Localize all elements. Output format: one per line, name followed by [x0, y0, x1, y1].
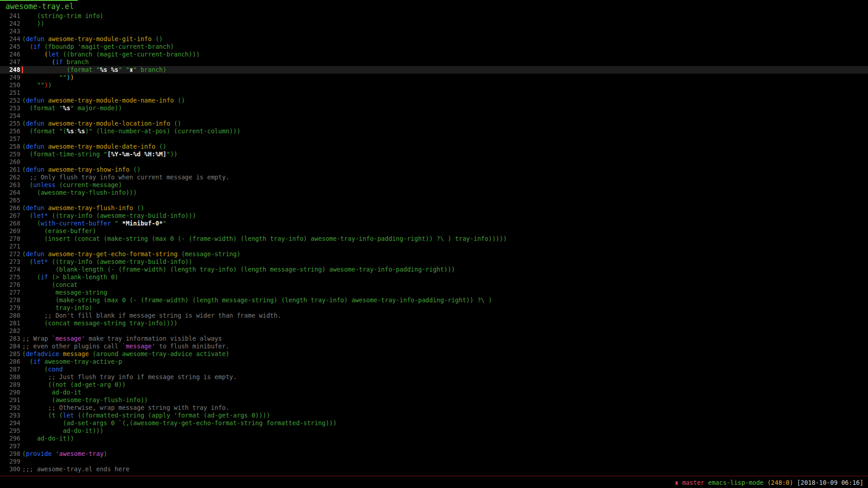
code-line[interactable]: 282 [0, 327, 868, 335]
code-line[interactable]: 262 ;; Only flush tray info when current… [0, 174, 868, 181]
code-line[interactable]: 284;; even other plugins call `message' … [0, 343, 868, 350]
code-line[interactable]: 291 (awesome-tray-flush-info)) [0, 396, 868, 404]
code-editor[interactable]: 241 (string-trim info)242 ))243244(defun… [0, 12, 868, 473]
code-line[interactable]: 289 ((not (ad-get-arg 0)) [0, 381, 868, 389]
code-line[interactable]: 258(defun awesome-tray-module-date-info … [0, 143, 868, 150]
code-line[interactable]: 288 ;; Just flush tray info if message s… [0, 373, 868, 381]
code-line[interactable]: 274 (blank-length (- (frame-width) (leng… [0, 266, 868, 273]
code-line[interactable]: 249 "")) [0, 74, 868, 81]
code-line[interactable]: 277 message-string [0, 289, 868, 296]
code-line[interactable]: 287 (cond [0, 366, 868, 373]
code-line[interactable]: 245 (if (fboundp 'magit-get-current-bran… [0, 43, 868, 51]
code-line[interactable]: 256 (format "(%s:%s)" (line-number-at-po… [0, 127, 868, 135]
code-line[interactable]: 265 [0, 197, 868, 204]
code-line[interactable]: 285(defadvice message (around awesome-tr… [0, 350, 868, 358]
line-number: 257 [0, 135, 20, 143]
code-line[interactable]: 290 ad-do-it [0, 389, 868, 396]
code-line[interactable]: 264 (awesome-tray-flush-info))) [0, 189, 868, 197]
line-number: 277 [0, 289, 20, 296]
code-line[interactable]: 268 (with-current-buffer " *Minibuf-0*" [0, 220, 868, 227]
code-line[interactable]: 242 )) [0, 20, 868, 28]
line-number: 252 [0, 97, 20, 104]
line-number: 262 [0, 174, 20, 181]
code-text: (if (fboundp 'magit-get-current-branch) [22, 43, 174, 51]
code-text: (make-string (max 0 (- (frame-width) (le… [22, 296, 492, 304]
code-line[interactable]: 283;; Wrap `message' make tray informati… [0, 335, 868, 343]
code-line[interactable]: 298(provide 'awesome-tray) [0, 450, 868, 458]
code-text: (blank-length (- (frame-width) (length t… [22, 266, 455, 273]
code-line[interactable]: 244(defun awesome-tray-module-git-info (… [0, 35, 868, 43]
tab-awesome-tray-el[interactable]: awesome-tray.el [5, 2, 74, 11]
code-text: ;; Otherwise, wrap message string with t… [22, 404, 229, 412]
line-number: 266 [0, 204, 20, 212]
code-line[interactable]: 246 (let ((branch (magit-get-current-bra… [0, 51, 868, 58]
code-line[interactable]: 273 (let* ((tray-info (awesome-tray-buil… [0, 258, 868, 266]
code-line[interactable]: 286 (if awesome-tray-active-p [0, 358, 868, 366]
code-text: (defun awesome-tray-show-info () [22, 166, 141, 174]
code-line[interactable]: 275 (if (> blank-length 0) [0, 273, 868, 281]
code-line[interactable]: 280 ;; Don't fill blank if message strin… [0, 312, 868, 319]
line-number: 245 [0, 43, 20, 51]
code-line[interactable]: 254 [0, 112, 868, 120]
code-line[interactable]: 295 ad-do-it))) [0, 427, 868, 435]
code-line[interactable]: 257 [0, 135, 868, 143]
code-text: "")) [22, 81, 52, 89]
code-line[interactable]: 297 [0, 442, 868, 450]
code-line[interactable]: 293 (t (let ((formatted-string (apply 'f… [0, 412, 868, 419]
code-text: (defadvice message (around awesome-tray-… [22, 350, 229, 358]
code-line[interactable]: 270 (insert (concat (make-string (max 0 … [0, 235, 868, 243]
line-number: 265 [0, 197, 20, 204]
code-line[interactable]: 276 (concat [0, 281, 868, 289]
code-line[interactable]: 296 ad-do-it)) [0, 435, 868, 442]
code-text: (format-time-string "[%Y-%m-%d %H:%M]")) [22, 150, 178, 158]
code-text: (string-trim info) [22, 12, 104, 20]
code-line[interactable]: 266(defun awesome-tray-flush-info () [0, 204, 868, 212]
code-line[interactable]: 250 "")) [0, 81, 868, 89]
code-line[interactable]: 269 (erase-buffer) [0, 227, 868, 235]
line-number: 297 [0, 442, 20, 450]
code-line[interactable]: 272(defun awesome-tray-get-echo-format-s… [0, 250, 868, 258]
code-line[interactable]: 241 (string-trim info) [0, 12, 868, 20]
code-line[interactable]: 267 (let* ((tray-info (awesome-tray-buil… [0, 212, 868, 220]
code-text: (insert (concat (make-string (max 0 (- (… [22, 235, 507, 243]
code-line[interactable]: 279 tray-info) [0, 304, 868, 312]
code-line[interactable]: 252(defun awesome-tray-module-mode-name-… [0, 97, 868, 104]
active-tab-indicator [0, 0, 78, 1]
cursor-position-label: (248:0) [767, 479, 793, 486]
code-line[interactable]: 271 [0, 243, 868, 250]
code-line[interactable]: 259 (format-time-string "[%Y-%m-%d %H:%M… [0, 150, 868, 158]
code-line[interactable]: 243 [0, 28, 868, 35]
code-line[interactable]: 300;;; awesome-tray.el ends here [0, 465, 868, 473]
code-line[interactable]: 278 (make-string (max 0 (- (frame-width)… [0, 296, 868, 304]
code-text: ad-do-it)) [22, 435, 74, 442]
line-number: 285 [0, 350, 20, 358]
code-line[interactable]: 294 (ad-set-args 0 `(,(awesome-tray-get-… [0, 419, 868, 427]
code-line[interactable]: 299 [0, 458, 868, 465]
code-line[interactable]: 247 (if branch [0, 58, 868, 66]
code-text: (format "%s" major-mode)) [22, 104, 122, 112]
line-number: 242 [0, 20, 20, 28]
line-number: 253 [0, 104, 20, 112]
code-line[interactable]: 260 [0, 158, 868, 166]
line-number: 272 [0, 250, 20, 258]
line-number: 291 [0, 396, 20, 404]
code-text: (awesome-tray-flush-info))) [22, 189, 137, 197]
code-line[interactable]: 292 ;; Otherwise, wrap message string wi… [0, 404, 868, 412]
code-line[interactable]: 251 [0, 89, 868, 97]
datetime-label: [2018-10-09 06:16] [797, 479, 863, 486]
code-line[interactable]: 253 (format "%s" major-mode)) [0, 104, 868, 112]
code-line[interactable]: 263 (unless (current-message) [0, 181, 868, 189]
modeline-separator [0, 476, 868, 476]
code-text: (cond [22, 366, 63, 373]
tab-bar: awesome-tray.el [0, 0, 868, 12]
code-text: ad-do-it))) [22, 427, 104, 435]
code-line[interactable]: 248 (format "%s %s" "♜" branch) [0, 66, 868, 74]
line-number: 283 [0, 335, 20, 343]
code-text: (erase-buffer) [22, 227, 96, 235]
line-number: 250 [0, 81, 20, 89]
code-line[interactable]: 281 (concat message-string tray-info)))) [0, 319, 868, 327]
code-line[interactable]: 255(defun awesome-tray-module-location-i… [0, 120, 868, 127]
line-number: 292 [0, 404, 20, 412]
line-number: 294 [0, 419, 20, 427]
code-line[interactable]: 261(defun awesome-tray-show-info () [0, 166, 868, 174]
